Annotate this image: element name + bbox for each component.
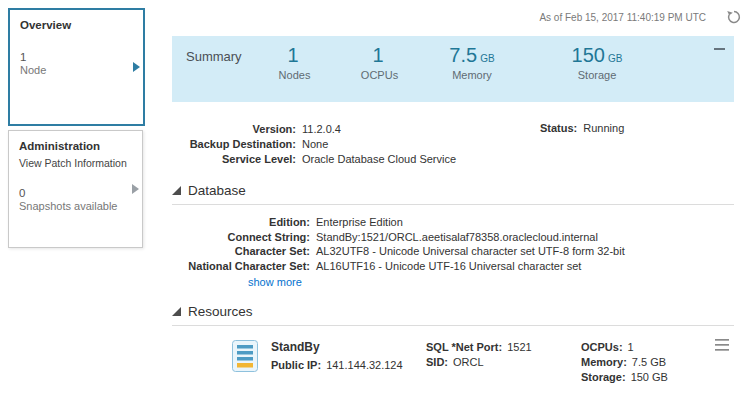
minimize-icon bbox=[714, 48, 725, 50]
memory-label: Memory: bbox=[581, 355, 627, 370]
resource-connection: SQL *Net Port: 1521 SID: ORCL bbox=[426, 340, 581, 385]
summary-panel: Summary 1 Nodes 1 OCPUs 7.5GB Memory 150… bbox=[172, 36, 734, 102]
sid-value: ORCL bbox=[453, 355, 484, 370]
stat-ocpus-label: OCPUs bbox=[337, 69, 422, 81]
expand-triangle-icon bbox=[172, 307, 181, 316]
database-section-header[interactable]: Database bbox=[172, 183, 734, 205]
stat-memory-value: 7.5 bbox=[449, 44, 477, 66]
net-port-label: SQL *Net Port: bbox=[426, 340, 502, 355]
service-level-label: Service Level: bbox=[172, 152, 296, 167]
connect-string-row: Connect String: StandBy:1521/ORCL.aeetis… bbox=[172, 230, 734, 245]
overview-expand-arrow-icon[interactable] bbox=[133, 62, 140, 72]
stat-storage: 150GB Storage bbox=[522, 43, 672, 102]
overview-card-title: Overview bbox=[10, 10, 143, 31]
database-section: Database Edition: Enterprise Edition Con… bbox=[172, 183, 734, 288]
resource-row: StandBy Public IP: 141.144.32.124 SQL *N… bbox=[172, 326, 734, 385]
stat-memory: 7.5GB Memory bbox=[422, 43, 522, 102]
expand-triangle-icon bbox=[172, 186, 181, 195]
storage-label: Storage: bbox=[581, 370, 626, 385]
row-menu-button[interactable] bbox=[714, 338, 730, 352]
service-details: Version: 11.2.0.4 Backup Destination: No… bbox=[172, 122, 734, 167]
hamburger-menu-icon bbox=[714, 338, 730, 352]
refresh-icon bbox=[726, 9, 742, 25]
stat-nodes-value: 1 bbox=[287, 44, 298, 66]
status-value: Running bbox=[583, 122, 624, 134]
resources-section-title: Resources bbox=[188, 304, 253, 319]
public-ip-value: 141.144.32.124 bbox=[326, 358, 402, 373]
stat-ocpus: 1 OCPUs bbox=[337, 43, 422, 102]
administration-expand-arrow-icon[interactable] bbox=[132, 184, 139, 194]
stat-storage-label: Storage bbox=[522, 69, 672, 81]
stat-storage-unit: GB bbox=[608, 53, 622, 64]
memory-value: 7.5 GB bbox=[632, 355, 666, 370]
overview-card[interactable]: Overview 1 Node bbox=[8, 8, 145, 126]
refresh-button[interactable] bbox=[726, 9, 742, 25]
stat-nodes: 1 Nodes bbox=[252, 43, 337, 102]
view-patch-information-link[interactable]: View Patch Information bbox=[9, 152, 142, 169]
stat-memory-label: Memory bbox=[422, 69, 522, 81]
net-port-value: 1521 bbox=[507, 340, 531, 355]
edition-value: Enterprise Edition bbox=[316, 215, 403, 230]
national-character-set-value: AL16UTF16 - Unicode UTF-16 Universal cha… bbox=[316, 259, 581, 274]
sid-label: SID: bbox=[426, 355, 448, 370]
ocpus-value: 1 bbox=[628, 340, 634, 355]
ocpus-label: OCPUs: bbox=[581, 340, 623, 355]
version-row: Version: 11.2.0.4 bbox=[172, 122, 734, 137]
storage-value: 150 GB bbox=[631, 370, 668, 385]
connect-string-label: Connect String: bbox=[172, 230, 310, 245]
resource-capacity: OCPUs: 1 Memory: 7.5 GB Storage: 150 GB bbox=[581, 340, 731, 385]
version-label: Version: bbox=[172, 122, 296, 137]
public-ip-row: Public IP: 141.144.32.124 bbox=[271, 358, 426, 373]
backup-destination-value: None bbox=[302, 137, 328, 152]
stat-memory-unit: GB bbox=[480, 53, 494, 64]
stat-ocpus-value: 1 bbox=[372, 44, 383, 66]
resources-section-header[interactable]: Resources bbox=[172, 304, 734, 326]
show-more-link[interactable]: show more bbox=[248, 276, 302, 288]
administration-card-title: Administration bbox=[9, 131, 142, 152]
character-set-row: Character Set: AL32UTF8 - Unicode Univer… bbox=[172, 244, 734, 259]
version-value: 11.2.0.4 bbox=[302, 122, 341, 137]
node-count: 1 bbox=[10, 51, 143, 63]
status-row: Status: Running bbox=[540, 122, 624, 134]
stat-storage-value: 150 bbox=[572, 44, 605, 66]
storage-row: Storage: 150 GB bbox=[581, 370, 731, 385]
ocpus-row: OCPUs: 1 bbox=[581, 340, 731, 355]
sid-row: SID: ORCL bbox=[426, 355, 581, 370]
character-set-value: AL32UTF8 - Unicode Universal character s… bbox=[316, 244, 625, 259]
national-character-set-label: National Character Set: bbox=[172, 259, 310, 274]
database-icon bbox=[232, 340, 258, 372]
edition-label: Edition: bbox=[172, 215, 310, 230]
summary-stats: 1 Nodes 1 OCPUs 7.5GB Memory 150GB Stora… bbox=[252, 36, 734, 102]
connect-string-value: StandBy:1521/ORCL.aeetisalaf78358.oracle… bbox=[316, 230, 598, 245]
public-ip-label: Public IP: bbox=[271, 358, 321, 373]
administration-card[interactable]: Administration View Patch Information 0 … bbox=[8, 130, 143, 248]
collapse-summary-button[interactable] bbox=[714, 43, 725, 53]
database-section-title: Database bbox=[188, 183, 246, 198]
snapshot-count: 0 bbox=[9, 187, 142, 199]
service-level-value: Oracle Database Cloud Service bbox=[302, 152, 456, 167]
resource-name: StandBy bbox=[271, 340, 426, 354]
node-label: Node bbox=[10, 63, 143, 76]
net-port-row: SQL *Net Port: 1521 bbox=[426, 340, 581, 355]
resource-identity: StandBy Public IP: 141.144.32.124 bbox=[271, 340, 426, 385]
service-level-row: Service Level: Oracle Database Cloud Ser… bbox=[172, 152, 734, 167]
main-content: Summary 1 Nodes 1 OCPUs 7.5GB Memory 150… bbox=[172, 36, 734, 400]
summary-title: Summary bbox=[172, 36, 252, 102]
memory-row: Memory: 7.5 GB bbox=[581, 355, 731, 370]
edition-row: Edition: Enterprise Edition bbox=[172, 215, 734, 230]
resources-section: Resources StandBy Public IP: 141.144.32.… bbox=[172, 304, 734, 400]
stat-nodes-label: Nodes bbox=[252, 69, 337, 81]
backup-destination-label: Backup Destination: bbox=[172, 137, 296, 152]
database-details: Edition: Enterprise Edition Connect Stri… bbox=[172, 215, 734, 288]
backup-destination-row: Backup Destination: None bbox=[172, 137, 734, 152]
national-character-set-row: National Character Set: AL16UTF16 - Unic… bbox=[172, 259, 734, 274]
status-label: Status: bbox=[540, 122, 577, 134]
snapshots-label: Snapshots available bbox=[9, 199, 142, 212]
character-set-label: Character Set: bbox=[172, 244, 310, 259]
